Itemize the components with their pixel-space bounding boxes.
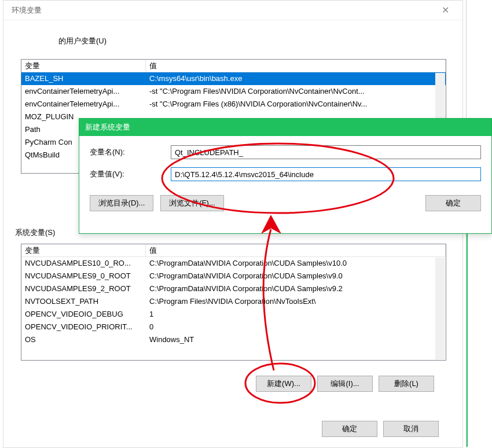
cell-value: C:\ProgramData\NVIDIA Corporation\CUDA S… [146,257,446,270]
col-name[interactable]: 变量 [21,244,146,257]
table-row[interactable]: OSWindows_NT [21,333,446,346]
var-name-input[interactable] [171,145,481,159]
table-row[interactable]: BAZEL_SHC:\msys64\usr\bin\bash.exe [21,72,446,85]
cell-value: Windows_NT [146,333,446,346]
cell-name: OPENCV_VIDEOIO_PRIORIT... [21,321,146,333]
table-row[interactable]: OPENCV_VIDEOIO_DEBUG1 [21,308,446,321]
close-icon[interactable]: ✕ [434,5,457,16]
cell-value: -st "C:\Program Files (x86)\NVIDIA Corpo… [146,98,446,111]
var-value-input[interactable] [171,167,481,181]
col-name[interactable]: 变量 [21,60,146,72]
table-row[interactable]: NVCUDASAMPLES10_0_RO...C:\ProgramData\NV… [21,257,446,270]
modal-title: 新建系统变量 [85,122,130,133]
system-delete-button[interactable]: 删除(L) [379,376,434,392]
titlebar: 环境变量 ✕ [3,1,462,20]
cell-name: BAZEL_SH [21,72,146,85]
table-row[interactable]: OPENCV_VIDEOIO_PRIORIT...0 [21,321,446,333]
cell-value: 1 [146,308,446,321]
cell-name: OPENCV_VIDEOIO_DEBUG [21,308,146,321]
user-vars-label: 的用户变量(U) [58,36,107,46]
cell-value: 0 [146,321,446,333]
cell-value: -st "C:\Program Files\NVIDIA Corporation… [146,85,446,98]
col-value[interactable]: 值 [146,60,446,72]
system-edit-button[interactable]: 编辑(I)... [317,376,373,392]
cell-name: NVCUDASAMPLES10_0_RO... [21,257,146,270]
window-title: 环境变量 [9,5,42,16]
cell-name: envContainerTelemetryApi... [21,85,146,98]
var-name-label: 变量名(N): [90,147,171,157]
user-vars-header: 变量 值 [21,60,446,72]
cell-name: envContainerTelemetryApi... [21,98,146,111]
table-row[interactable]: envContainerTelemetryApi...-st "C:\Progr… [21,98,446,111]
cell-name: NVCUDASAMPLES9_2_ROOT [21,282,146,295]
cell-value: C:\ProgramData\NVIDIA Corporation\CUDA S… [146,270,446,282]
cancel-button[interactable]: 取消 [383,421,439,437]
browse-file-button[interactable]: 浏览文件(F)... [160,195,224,211]
cell-value: C:\msys64\usr\bin\bash.exe [146,72,446,85]
var-value-label: 变量值(V): [90,169,171,179]
cell-value: C:\Program Files\NVIDIA Corporation\NvTo… [146,295,446,308]
cell-value: C:\ProgramData\NVIDIA Corporation\CUDA S… [146,282,446,295]
system-vars-scrollbar[interactable] [435,258,445,359]
system-new-button[interactable]: 新建(W)... [256,376,311,392]
table-row[interactable]: NVCUDASAMPLES9_2_ROOTC:\ProgramData\NVID… [21,282,446,295]
col-value[interactable]: 值 [146,244,446,257]
table-row[interactable]: envContainerTelemetryApi...-st "C:\Progr… [21,85,446,98]
modal-titlebar: 新建系统变量 [79,119,491,136]
browse-dir-button[interactable]: 浏览目录(D)... [90,195,153,211]
modal-ok-button[interactable]: 确定 [425,195,481,211]
table-row[interactable]: NVCUDASAMPLES9_0_ROOTC:\ProgramData\NVID… [21,270,446,282]
ok-button[interactable]: 确定 [322,421,377,437]
cell-name: NVCUDASAMPLES9_0_ROOT [21,270,146,282]
cell-name: OS [21,333,146,346]
table-row[interactable]: NVTOOLSEXT_PATHC:\Program Files\NVIDIA C… [21,295,446,308]
new-system-var-dialog: 新建系统变量 变量名(N): 变量值(V): 浏览目录(D)... 浏览文件(F… [79,118,492,234]
system-vars-label: 系统变量(S) [15,227,55,238]
cell-name: NVTOOLSEXT_PATH [21,295,146,308]
system-vars-header: 变量 值 [21,244,446,257]
system-vars-table[interactable]: 变量 值 NVCUDASAMPLES10_0_RO...C:\ProgramDa… [21,244,446,361]
